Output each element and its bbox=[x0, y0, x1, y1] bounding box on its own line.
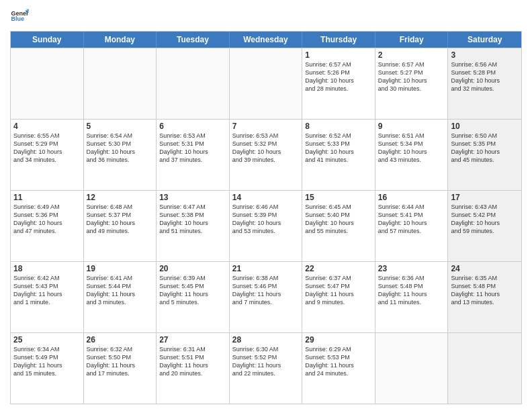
cal-cell-10: 10Sunrise: 6:50 AM Sunset: 5:35 PM Dayli… bbox=[448, 120, 521, 190]
calendar-row-2: 11Sunrise: 6:49 AM Sunset: 5:36 PM Dayli… bbox=[11, 190, 521, 261]
cell-info: Sunrise: 6:36 AM Sunset: 5:48 PM Dayligh… bbox=[378, 274, 445, 307]
day-number: 21 bbox=[232, 264, 300, 273]
header-day-monday: Monday bbox=[84, 32, 157, 48]
cell-info: Sunrise: 6:52 AM Sunset: 5:33 PM Dayligh… bbox=[305, 132, 372, 165]
cal-cell-23: 23Sunrise: 6:36 AM Sunset: 5:48 PM Dayli… bbox=[375, 262, 449, 332]
day-number: 16 bbox=[378, 193, 445, 202]
calendar: SundayMondayTuesdayWednesdayThursdayFrid… bbox=[10, 31, 522, 404]
cal-cell-empty-0-3 bbox=[230, 48, 303, 119]
day-number: 24 bbox=[451, 264, 519, 273]
cal-cell-empty-0-1 bbox=[84, 48, 157, 119]
day-number: 27 bbox=[159, 335, 226, 345]
cal-cell-25: 25Sunrise: 6:34 AM Sunset: 5:49 PM Dayli… bbox=[11, 333, 84, 404]
cal-cell-3: 3Sunrise: 6:56 AM Sunset: 5:28 PM Daylig… bbox=[448, 48, 521, 119]
calendar-row-4: 25Sunrise: 6:34 AM Sunset: 5:49 PM Dayli… bbox=[11, 332, 521, 404]
day-number: 17 bbox=[451, 193, 519, 202]
cal-cell-4: 4Sunrise: 6:55 AM Sunset: 5:29 PM Daylig… bbox=[11, 120, 84, 190]
cal-cell-22: 22Sunrise: 6:37 AM Sunset: 5:47 PM Dayli… bbox=[302, 262, 375, 332]
cell-info: Sunrise: 6:56 AM Sunset: 5:28 PM Dayligh… bbox=[451, 60, 519, 93]
cal-cell-19: 19Sunrise: 6:41 AM Sunset: 5:44 PM Dayli… bbox=[84, 262, 157, 332]
cell-info: Sunrise: 6:31 AM Sunset: 5:51 PM Dayligh… bbox=[159, 345, 226, 378]
cell-info: Sunrise: 6:30 AM Sunset: 5:52 PM Dayligh… bbox=[232, 345, 300, 378]
day-number: 7 bbox=[232, 122, 300, 131]
header-day-sunday: Sunday bbox=[11, 32, 84, 48]
cell-info: Sunrise: 6:50 AM Sunset: 5:35 PM Dayligh… bbox=[451, 132, 519, 165]
day-number: 18 bbox=[13, 264, 81, 273]
day-number: 11 bbox=[13, 193, 81, 202]
cal-cell-12: 12Sunrise: 6:48 AM Sunset: 5:37 PM Dayli… bbox=[84, 191, 157, 261]
header-day-wednesday: Wednesday bbox=[230, 32, 303, 48]
cal-cell-14: 14Sunrise: 6:46 AM Sunset: 5:39 PM Dayli… bbox=[230, 191, 303, 261]
cell-info: Sunrise: 6:35 AM Sunset: 5:48 PM Dayligh… bbox=[451, 274, 519, 307]
cal-cell-2: 2Sunrise: 6:57 AM Sunset: 5:27 PM Daylig… bbox=[375, 48, 449, 119]
cal-cell-16: 16Sunrise: 6:44 AM Sunset: 5:41 PM Dayli… bbox=[375, 191, 449, 261]
cal-cell-29: 29Sunrise: 6:29 AM Sunset: 5:53 PM Dayli… bbox=[302, 333, 375, 404]
page: General Blue SundayMondayTuesdayWednesda… bbox=[0, 0, 532, 411]
cal-cell-6: 6Sunrise: 6:53 AM Sunset: 5:31 PM Daylig… bbox=[157, 120, 230, 190]
calendar-row-1: 4Sunrise: 6:55 AM Sunset: 5:29 PM Daylig… bbox=[11, 119, 521, 190]
calendar-header: SundayMondayTuesdayWednesdayThursdayFrid… bbox=[11, 32, 521, 48]
day-number: 26 bbox=[87, 335, 154, 345]
day-number: 4 bbox=[13, 122, 81, 131]
cal-cell-28: 28Sunrise: 6:30 AM Sunset: 5:52 PM Dayli… bbox=[230, 333, 303, 404]
cell-info: Sunrise: 6:47 AM Sunset: 5:38 PM Dayligh… bbox=[159, 203, 226, 236]
calendar-row-0: 1Sunrise: 6:57 AM Sunset: 5:26 PM Daylig… bbox=[11, 48, 521, 119]
cell-info: Sunrise: 6:43 AM Sunset: 5:42 PM Dayligh… bbox=[451, 203, 519, 236]
day-number: 20 bbox=[159, 264, 226, 273]
cal-cell-5: 5Sunrise: 6:54 AM Sunset: 5:30 PM Daylig… bbox=[84, 120, 157, 190]
cal-cell-17: 17Sunrise: 6:43 AM Sunset: 5:42 PM Dayli… bbox=[448, 191, 521, 261]
cell-info: Sunrise: 6:57 AM Sunset: 5:26 PM Dayligh… bbox=[305, 60, 372, 93]
day-number: 19 bbox=[87, 264, 154, 273]
day-number: 23 bbox=[378, 264, 445, 273]
cell-info: Sunrise: 6:53 AM Sunset: 5:32 PM Dayligh… bbox=[232, 132, 300, 165]
day-number: 22 bbox=[305, 264, 372, 273]
cell-info: Sunrise: 6:32 AM Sunset: 5:50 PM Dayligh… bbox=[87, 345, 154, 378]
header: General Blue bbox=[10, 7, 522, 26]
day-number: 13 bbox=[159, 193, 226, 202]
logo: General Blue bbox=[10, 7, 29, 26]
day-number: 3 bbox=[451, 50, 519, 60]
cell-info: Sunrise: 6:48 AM Sunset: 5:37 PM Dayligh… bbox=[87, 203, 154, 236]
cell-info: Sunrise: 6:37 AM Sunset: 5:47 PM Dayligh… bbox=[305, 274, 372, 307]
cal-cell-20: 20Sunrise: 6:39 AM Sunset: 5:45 PM Dayli… bbox=[157, 262, 230, 332]
day-number: 1 bbox=[305, 50, 372, 60]
cell-info: Sunrise: 6:55 AM Sunset: 5:29 PM Dayligh… bbox=[13, 132, 81, 165]
day-number: 14 bbox=[232, 193, 300, 202]
cell-info: Sunrise: 6:29 AM Sunset: 5:53 PM Dayligh… bbox=[305, 345, 372, 378]
cell-info: Sunrise: 6:46 AM Sunset: 5:39 PM Dayligh… bbox=[232, 203, 300, 236]
day-number: 10 bbox=[451, 122, 519, 131]
day-number: 2 bbox=[378, 50, 445, 60]
cal-cell-13: 13Sunrise: 6:47 AM Sunset: 5:38 PM Dayli… bbox=[157, 191, 230, 261]
cal-cell-1: 1Sunrise: 6:57 AM Sunset: 5:26 PM Daylig… bbox=[302, 48, 375, 119]
cell-info: Sunrise: 6:54 AM Sunset: 5:30 PM Dayligh… bbox=[87, 132, 154, 165]
cal-cell-26: 26Sunrise: 6:32 AM Sunset: 5:50 PM Dayli… bbox=[84, 333, 157, 404]
day-number: 29 bbox=[305, 335, 372, 345]
cell-info: Sunrise: 6:39 AM Sunset: 5:45 PM Dayligh… bbox=[159, 274, 226, 307]
cal-cell-27: 27Sunrise: 6:31 AM Sunset: 5:51 PM Dayli… bbox=[157, 333, 230, 404]
day-number: 9 bbox=[378, 122, 445, 131]
calendar-body: 1Sunrise: 6:57 AM Sunset: 5:26 PM Daylig… bbox=[11, 48, 521, 404]
day-number: 28 bbox=[232, 335, 300, 345]
header-day-tuesday: Tuesday bbox=[157, 32, 230, 48]
cell-info: Sunrise: 6:44 AM Sunset: 5:41 PM Dayligh… bbox=[378, 203, 445, 236]
day-number: 5 bbox=[87, 122, 154, 131]
day-number: 6 bbox=[159, 122, 226, 131]
cell-info: Sunrise: 6:38 AM Sunset: 5:46 PM Dayligh… bbox=[232, 274, 300, 307]
cell-info: Sunrise: 6:42 AM Sunset: 5:43 PM Dayligh… bbox=[13, 274, 81, 307]
cal-cell-9: 9Sunrise: 6:51 AM Sunset: 5:34 PM Daylig… bbox=[375, 120, 449, 190]
day-number: 12 bbox=[87, 193, 154, 202]
day-number: 25 bbox=[13, 335, 81, 345]
cell-info: Sunrise: 6:53 AM Sunset: 5:31 PM Dayligh… bbox=[159, 132, 226, 165]
cell-info: Sunrise: 6:57 AM Sunset: 5:27 PM Dayligh… bbox=[378, 60, 445, 93]
cal-cell-15: 15Sunrise: 6:45 AM Sunset: 5:40 PM Dayli… bbox=[302, 191, 375, 261]
cell-info: Sunrise: 6:41 AM Sunset: 5:44 PM Dayligh… bbox=[87, 274, 154, 307]
cal-cell-24: 24Sunrise: 6:35 AM Sunset: 5:48 PM Dayli… bbox=[448, 262, 521, 332]
header-day-thursday: Thursday bbox=[302, 32, 375, 48]
cal-cell-empty-0-0 bbox=[11, 48, 84, 119]
cell-info: Sunrise: 6:51 AM Sunset: 5:34 PM Dayligh… bbox=[378, 132, 445, 165]
cell-info: Sunrise: 6:49 AM Sunset: 5:36 PM Dayligh… bbox=[13, 203, 81, 236]
cell-info: Sunrise: 6:34 AM Sunset: 5:49 PM Dayligh… bbox=[13, 345, 81, 378]
day-number: 8 bbox=[305, 122, 372, 131]
logo-icon: General Blue bbox=[10, 7, 29, 26]
cal-cell-11: 11Sunrise: 6:49 AM Sunset: 5:36 PM Dayli… bbox=[11, 191, 84, 261]
